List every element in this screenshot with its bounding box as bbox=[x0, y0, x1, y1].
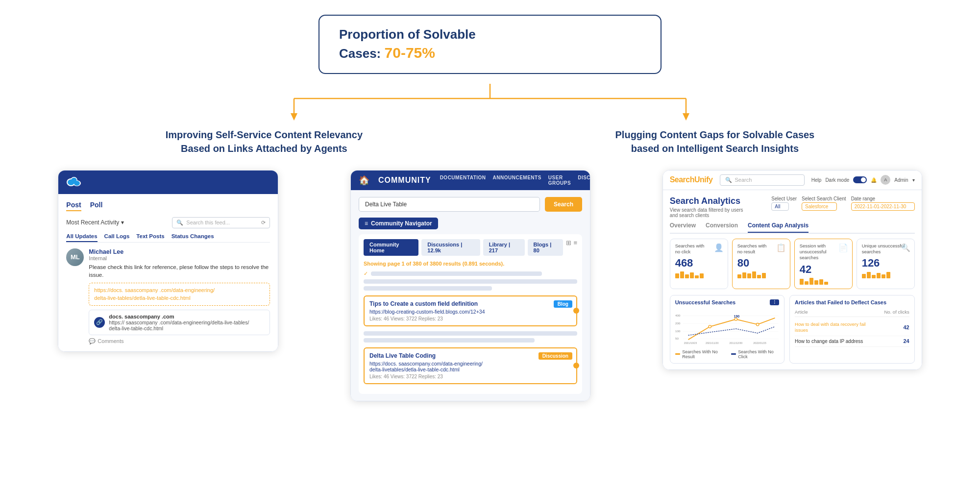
svg-point-82 bbox=[735, 318, 737, 320]
home-icon: 🏠 bbox=[359, 175, 369, 186]
sf-tabs: Post Poll bbox=[66, 201, 270, 211]
chart-svg: 400 200 100 50 bbox=[675, 309, 779, 348]
table-row-1: How to deal with data recovery fail issu… bbox=[795, 319, 909, 336]
comm-header: 🏠 COMMUNITY DOCUMENTATION ANNOUNCEMENTS … bbox=[351, 171, 590, 190]
su-search-input[interactable]: 🔍 Search bbox=[720, 174, 805, 186]
admin-avatar: A bbox=[881, 175, 890, 185]
dark-mode-toggle[interactable] bbox=[853, 176, 867, 183]
su-table-title: Articles that Failed to Deflect Cases bbox=[795, 299, 909, 305]
left-subtitle: Improving Self-Service Content Relevancy… bbox=[166, 128, 363, 155]
search-icon: 🔍 bbox=[725, 177, 732, 183]
su-title-row: Search Analytics View search data filter… bbox=[670, 196, 915, 218]
filter-date-label: Date range bbox=[851, 196, 915, 201]
panel-searchunify: SearchUnify 🔍 Search Help Dark mode 🔔 A … bbox=[662, 170, 922, 370]
sf-post-role: Internal bbox=[89, 255, 270, 261]
comm-tab-blogs[interactable]: Blogs | 80 bbox=[528, 239, 564, 256]
su-subtitle: View search data filtered by usersand se… bbox=[670, 207, 743, 218]
sf-tab-text-posts[interactable]: Text Posts bbox=[136, 233, 164, 242]
svg-point-72 bbox=[72, 177, 77, 183]
table-row-2: How to change data IP address 24 bbox=[795, 336, 909, 347]
orange-dot-2 bbox=[573, 363, 579, 368]
comm-skeleton-rows: ✓ bbox=[364, 270, 577, 291]
sf-tab-all-updates[interactable]: All Updates bbox=[66, 233, 97, 242]
comm-skeleton-rows-2 bbox=[364, 331, 577, 343]
help-label: Help bbox=[811, 177, 822, 183]
metric-card-no-click: Searches withno click 468 👤 bbox=[670, 239, 728, 289]
comm-result-1: Blog Tips to Create a custom field defin… bbox=[364, 295, 577, 326]
comm-result1-title: Tips to Create a custom field definition bbox=[369, 300, 571, 307]
nav-documentation[interactable]: DOCUMENTATION bbox=[440, 175, 486, 186]
comm-tab-home[interactable]: Community Home bbox=[364, 239, 418, 256]
sf-tab-post[interactable]: Post bbox=[66, 201, 81, 211]
su-tab-content-gap[interactable]: Content Gap Analysis bbox=[748, 222, 808, 233]
list-view-icon[interactable]: ≡ bbox=[573, 239, 577, 256]
comm-tab-library[interactable]: Library | 217 bbox=[483, 239, 525, 256]
comm-body: Search ≡ Community Navigator Community H… bbox=[351, 190, 590, 401]
svg-point-81 bbox=[709, 325, 711, 328]
proportion-text: Proportion of Solvable Cases: 70-75% bbox=[339, 26, 476, 62]
svg-text:100: 100 bbox=[675, 329, 681, 333]
filter-date-select[interactable]: 2022-11-01-2022-11-30 bbox=[851, 202, 915, 211]
metric-card-unsuccessful: Session withunsuccessfulsearches 42 📄 bbox=[794, 239, 853, 289]
sf-link-text: https://docs. saascompany .com/data-engi… bbox=[94, 286, 265, 302]
sf-filter-label: Most Recent Activity ▾ bbox=[66, 219, 124, 226]
su-header: SearchUnify 🔍 Search Help Dark mode 🔔 A … bbox=[663, 171, 922, 190]
comm-search-input[interactable] bbox=[359, 197, 540, 212]
svg-marker-66 bbox=[683, 113, 689, 121]
svg-text:400: 400 bbox=[675, 314, 681, 317]
chart-legend: Searches With No Result Searches With No… bbox=[675, 349, 779, 359]
comm-content-area: Community Home Discussions | 12.9k Libra… bbox=[359, 234, 582, 394]
su-body: Search Analytics View search data filter… bbox=[663, 190, 922, 369]
metric-card-no-result: Searches withno result 80 📋 bbox=[732, 239, 790, 289]
comm-search-button[interactable]: Search bbox=[545, 197, 582, 212]
subtitles-section: Improving Self-Service Content Relevancy… bbox=[0, 128, 980, 155]
mini-bars-1 bbox=[675, 271, 723, 278]
comm-search-row: Search bbox=[359, 197, 582, 212]
filter-user-select[interactable]: All bbox=[771, 202, 789, 211]
metric-value-3: 42 bbox=[800, 263, 847, 276]
panel-community: 🏠 COMMUNITY DOCUMENTATION ANNOUNCEMENTS … bbox=[350, 170, 590, 401]
filter-user-label: Select User bbox=[771, 196, 797, 201]
copy-icon: 📋 bbox=[776, 243, 786, 252]
nav-user-groups[interactable]: USER GROUPS bbox=[548, 175, 571, 186]
search-mag-icon: 🔍 bbox=[901, 243, 910, 252]
sf-search-box[interactable]: 🔍 Search this feed... ⟳ bbox=[172, 217, 270, 228]
sf-update-tabs: All Updates Call Logs Text Posts Status … bbox=[66, 233, 270, 243]
comm-result2-meta: Likes: 46 Views: 3722 Replies: 23 bbox=[369, 374, 571, 379]
link-icon: 🔗 bbox=[94, 317, 105, 328]
nav-discussions[interactable]: DISCUSSIONS bbox=[578, 175, 590, 186]
sf-post-text: Please check this link for reference, pl… bbox=[89, 263, 270, 279]
community-navigator-badge: ≡ Community Navigator bbox=[359, 218, 438, 229]
svg-text:50: 50 bbox=[675, 337, 679, 340]
bell-icon: 🔔 bbox=[871, 177, 877, 183]
doc-icon: 📄 bbox=[838, 243, 848, 252]
sf-tab-status-changes[interactable]: Status Changes bbox=[172, 233, 214, 242]
legend-no-click-color bbox=[731, 353, 736, 355]
su-table-header: Article No. of clicks bbox=[795, 309, 909, 317]
nav-announcements[interactable]: ANNOUNCEMENTS bbox=[493, 175, 541, 186]
sf-tab-poll[interactable]: Poll bbox=[90, 201, 103, 211]
arrows-svg bbox=[196, 84, 784, 123]
panels-section: Post Poll Most Recent Activity ▾ 🔍 Searc… bbox=[0, 155, 980, 416]
mini-bars-2 bbox=[737, 271, 785, 278]
sf-post-name: Michael Lee bbox=[89, 248, 270, 255]
result-badge-discussion: Discussion bbox=[539, 352, 572, 360]
comm-logo: COMMUNITY bbox=[378, 176, 431, 185]
comm-tab-discussions[interactable]: Discussions | 12.9k bbox=[421, 239, 480, 256]
sf-tab-call-logs[interactable]: Call Logs bbox=[104, 233, 130, 242]
sf-body: Post Poll Most Recent Activity ▾ 🔍 Searc… bbox=[58, 194, 278, 351]
comm-result-info: Showing page 1 of 380 of 3800 results (0… bbox=[364, 261, 577, 267]
su-tab-conversion[interactable]: Conversion bbox=[706, 222, 738, 233]
dark-mode-label: Dark mode bbox=[825, 177, 849, 183]
svg-text:2022/01/23: 2022/01/23 bbox=[753, 342, 766, 344]
svg-text:2021/10/23: 2021/10/23 bbox=[684, 342, 697, 344]
comm-result2-link: https://docs. saascompany.com/data-engin… bbox=[369, 361, 571, 372]
sf-doc-title: docs. saascompany .com bbox=[109, 314, 249, 319]
su-title: Search Analytics bbox=[670, 196, 743, 206]
result-badge-blog: Blog bbox=[554, 300, 572, 308]
su-tab-overview[interactable]: Overview bbox=[670, 222, 696, 233]
panel-salesforce: Post Poll Most Recent Activity ▾ 🔍 Searc… bbox=[58, 170, 278, 352]
filter-client-select[interactable]: Salesforce bbox=[802, 202, 837, 211]
svg-marker-65 bbox=[291, 113, 297, 121]
grid-view-icon[interactable]: ⊞ bbox=[566, 239, 571, 256]
